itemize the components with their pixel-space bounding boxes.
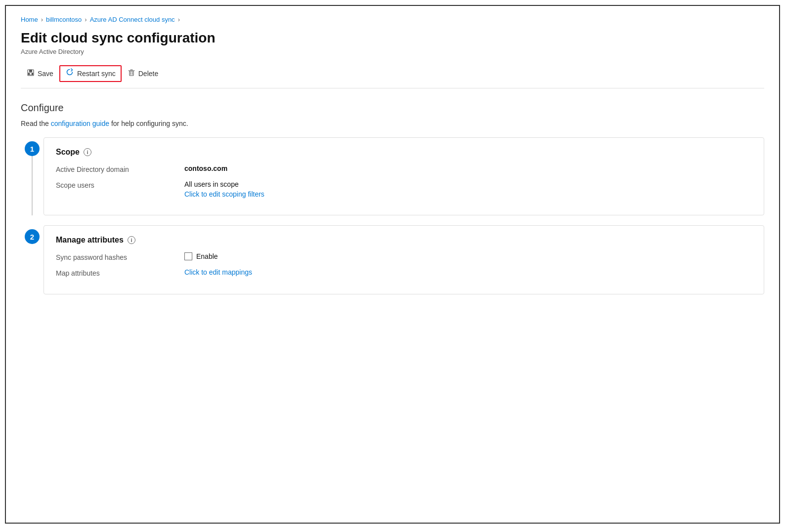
- manage-attributes-card: Manage attributes i Sync password hashes…: [44, 225, 764, 294]
- breadcrumb-billmcontoso[interactable]: billmcontoso: [46, 16, 82, 23]
- step-1-badge: 1: [25, 141, 40, 156]
- scope-users-text: All users in scope: [184, 180, 752, 188]
- delete-label: Delete: [138, 70, 158, 78]
- scope-card-title: Scope i: [56, 148, 752, 157]
- edit-mappings-link[interactable]: Click to edit mappings: [184, 268, 252, 276]
- ad-domain-label: Active Directory domain: [56, 164, 184, 173]
- breadcrumb: Home › billmcontoso › Azure AD Connect c…: [21, 16, 764, 23]
- manage-attributes-info-icon[interactable]: i: [128, 236, 135, 244]
- breadcrumb-sep3: ›: [178, 16, 180, 23]
- scope-users-label: Scope users: [56, 180, 184, 189]
- svg-rect-4: [130, 71, 133, 76]
- page-title: Edit cloud sync configuration: [21, 30, 764, 46]
- page-subtitle: Azure Active Directory: [21, 48, 764, 55]
- save-icon: [27, 69, 35, 79]
- breadcrumb-azure-ad-connect[interactable]: Azure AD Connect cloud sync: [90, 16, 175, 23]
- step-2-content: Manage attributes i Sync password hashes…: [44, 225, 764, 294]
- sync-password-checkbox[interactable]: [184, 252, 192, 260]
- sync-password-value: Enable: [184, 252, 752, 260]
- ad-domain-row: Active Directory domain contoso.com: [56, 164, 752, 173]
- delete-icon: [128, 69, 135, 79]
- scope-users-row: Scope users All users in scope Click to …: [56, 180, 752, 198]
- map-attributes-value: Click to edit mappings: [184, 268, 752, 276]
- sync-password-row: Sync password hashes Enable: [56, 252, 752, 261]
- save-label: Save: [38, 70, 53, 78]
- svg-rect-1: [29, 70, 32, 72]
- sync-password-label: Sync password hashes: [56, 252, 184, 261]
- breadcrumb-home[interactable]: Home: [21, 16, 38, 23]
- restart-sync-button[interactable]: Restart sync: [59, 65, 122, 82]
- step-2-left: 2: [21, 225, 44, 294]
- configure-intro: Read the configuration guide for help co…: [21, 120, 764, 127]
- step-1-content: Scope i Active Directory domain contoso.…: [44, 137, 764, 215]
- step-1-wrapper: 1 Scope i Active Directory domain contos…: [21, 137, 764, 215]
- step-1-line: [32, 156, 33, 215]
- step-2-badge: 2: [25, 229, 40, 244]
- delete-button[interactable]: Delete: [122, 66, 164, 82]
- toolbar: Save Restart sync Delete: [21, 65, 764, 88]
- breadcrumb-sep2: ›: [85, 16, 87, 23]
- sync-password-enable-label: Enable: [196, 252, 218, 260]
- scope-card: Scope i Active Directory domain contoso.…: [44, 137, 764, 215]
- step-1-left: 1: [21, 137, 44, 215]
- map-attributes-row: Map attributes Click to edit mappings: [56, 268, 752, 277]
- map-attributes-label: Map attributes: [56, 268, 184, 277]
- save-button[interactable]: Save: [21, 66, 59, 82]
- configure-section-title: Configure: [21, 102, 764, 114]
- edit-scoping-filters-link[interactable]: Click to edit scoping filters: [184, 190, 752, 198]
- scope-info-icon[interactable]: i: [84, 148, 91, 156]
- svg-rect-3: [30, 73, 32, 75]
- manage-attributes-card-title: Manage attributes i: [56, 236, 752, 245]
- step-2-wrapper: 2 Manage attributes i Sync password hash…: [21, 225, 764, 294]
- restart-sync-label: Restart sync: [77, 70, 116, 78]
- restart-icon: [65, 68, 74, 79]
- ad-domain-value: contoso.com: [184, 164, 752, 172]
- configuration-guide-link[interactable]: configuration guide: [51, 120, 109, 127]
- scope-users-value: All users in scope Click to edit scoping…: [184, 180, 752, 198]
- breadcrumb-sep1: ›: [41, 16, 43, 23]
